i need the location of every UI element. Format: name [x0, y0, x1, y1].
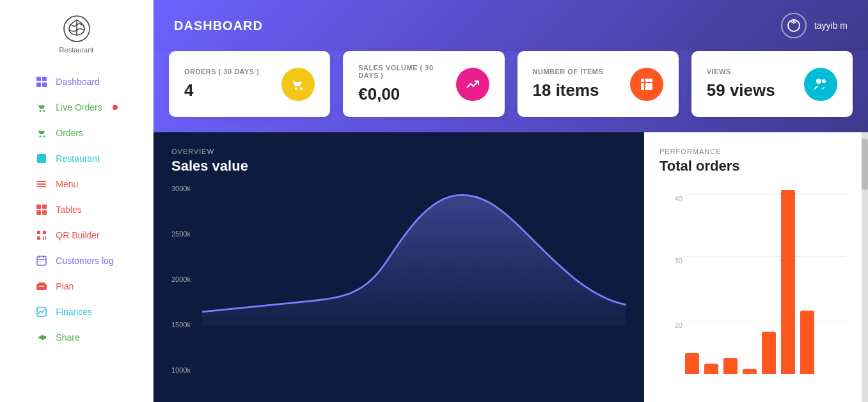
sidebar-label-finances: Finances [56, 307, 92, 317]
stat-info-orders: ORDERS ( 30 DAYS ) 4 [184, 68, 259, 100]
overview-panel: OVERVIEW Sales value 3000k2500k2000k1500… [154, 132, 644, 402]
svg-rect-21 [37, 231, 40, 234]
bar-3 [743, 369, 757, 374]
sidebar-label-qr: QR Builder [56, 230, 99, 240]
svg-point-37 [295, 88, 297, 90]
customers-icon [35, 254, 48, 267]
bar-0 [685, 353, 699, 374]
sidebar-item-qr[interactable]: QR Builder [20, 222, 132, 248]
user-name: tayyib m [814, 20, 848, 31]
svg-rect-4 [36, 82, 41, 87]
svg-rect-27 [45, 238, 46, 240]
stat-icon-orders [281, 68, 315, 101]
sidebar-item-orders[interactable]: Orders [20, 120, 132, 146]
plan-icon [35, 280, 48, 293]
stat-info-items: NUMBER OF ITEMS 18 items [533, 68, 604, 100]
sidebar-item-customers[interactable]: Customers log [20, 248, 132, 274]
user-area: tayyib m [781, 13, 848, 38]
chart-y-label: 3000k [171, 185, 191, 192]
sidebar: Restaurant DashboardLive OrdersOrdersRes… [0, 0, 154, 402]
chart-y-label: 1500k [171, 321, 191, 329]
sidebar-item-dashboard[interactable]: Dashboard [20, 69, 132, 95]
svg-rect-23 [37, 236, 40, 240]
chart-y-labels: 3000k2500k2000k1500k1000k [171, 185, 191, 374]
svg-rect-13 [39, 161, 42, 162]
svg-rect-33 [38, 282, 45, 284]
svg-point-8 [40, 135, 42, 137]
svg-rect-39 [641, 79, 652, 90]
sidebar-item-liveorders[interactable]: Live Orders [20, 95, 132, 120]
stat-card-sales: SALES VOLUME ( 30 DAYS ) €0,00 [343, 51, 504, 117]
stat-icon-sales [456, 68, 489, 101]
bar-4 [762, 332, 776, 374]
overview-section-label: OVERVIEW [171, 148, 626, 155]
logo-area: Restaurant [59, 13, 94, 54]
svg-rect-3 [42, 77, 47, 81]
sidebar-item-restaurant[interactable]: Restaurant [20, 146, 132, 171]
sidebar-item-menu[interactable]: Menu [20, 171, 132, 197]
stat-icon-views [804, 68, 837, 101]
page-title: DASHBOARD [174, 19, 263, 33]
svg-rect-15 [37, 183, 46, 185]
logo-icon [61, 13, 93, 45]
bar-chart: 403020 [659, 185, 846, 387]
sidebar-item-plan[interactable]: Plan [20, 274, 132, 299]
svg-rect-17 [36, 205, 41, 209]
svg-rect-25 [45, 236, 46, 238]
sidebar-label-orders: Orders [56, 128, 83, 138]
sidebar-label-restaurant: Restaurant [56, 153, 99, 164]
tables-icon [35, 203, 48, 216]
performance-panel: PERFORMANCE Total orders 403020 [644, 132, 862, 402]
svg-rect-30 [43, 256, 44, 258]
sidebar-label-menu: Menu [56, 179, 78, 189]
user-avatar[interactable] [781, 13, 807, 38]
svg-rect-29 [39, 256, 40, 258]
svg-rect-26 [43, 238, 44, 240]
stat-label-items: NUMBER OF ITEMS [533, 68, 604, 75]
svg-rect-20 [42, 210, 47, 215]
sidebar-item-finances[interactable]: Finances [20, 299, 132, 325]
svg-rect-16 [37, 186, 46, 187]
stat-info-views: VIEWS 59 views [707, 68, 775, 100]
svg-rect-32 [36, 284, 47, 290]
bar-chart-inner [659, 185, 846, 387]
stat-info-sales: SALES VOLUME ( 30 DAYS ) €0,00 [358, 64, 455, 104]
dashboard-icon [35, 75, 48, 88]
svg-rect-22 [43, 231, 46, 234]
share-icon [35, 331, 48, 344]
bar-6 [800, 311, 814, 374]
logo-text: Restaurant [59, 46, 94, 54]
sidebar-label-plan: Plan [56, 281, 74, 291]
svg-point-42 [816, 79, 821, 84]
svg-rect-11 [39, 156, 44, 157]
sidebar-label-customers: Customers log [56, 256, 113, 266]
liveorders-icon [35, 101, 48, 114]
finances-icon [35, 305, 48, 318]
scrollbar-thumb [862, 139, 868, 190]
bar-5 [781, 190, 795, 374]
overview-title: Sales value [171, 158, 626, 174]
stat-value-views: 59 views [707, 81, 775, 100]
svg-rect-18 [42, 205, 47, 209]
chart-y-label: 1000k [171, 366, 191, 374]
header: DASHBOARD tayyib m [154, 0, 868, 51]
stat-icon-items [630, 68, 663, 101]
stat-value-orders: 4 [184, 81, 259, 100]
stat-label-sales: SALES VOLUME ( 30 DAYS ) [358, 64, 455, 79]
stat-card-views: VIEWS 59 views [691, 51, 853, 117]
stat-card-orders: ORDERS ( 30 DAYS ) 4 [169, 51, 330, 117]
svg-point-6 [40, 110, 42, 112]
svg-rect-2 [36, 77, 41, 81]
charts-row: OVERVIEW Sales value 3000k2500k2000k1500… [154, 132, 868, 402]
stat-card-items: NUMBER OF ITEMS 18 items [517, 51, 679, 117]
qr-icon [35, 229, 48, 242]
svg-point-9 [43, 135, 45, 137]
stat-value-sales: €0,00 [358, 84, 455, 104]
sidebar-item-tables[interactable]: Tables [20, 197, 132, 222]
sidebar-item-share[interactable]: Share [20, 325, 132, 350]
svg-rect-5 [42, 82, 47, 87]
svg-rect-19 [36, 210, 41, 215]
right-scrollbar[interactable] [862, 132, 868, 402]
stat-label-orders: ORDERS ( 30 DAYS ) [184, 68, 259, 75]
bar-2 [723, 358, 738, 374]
